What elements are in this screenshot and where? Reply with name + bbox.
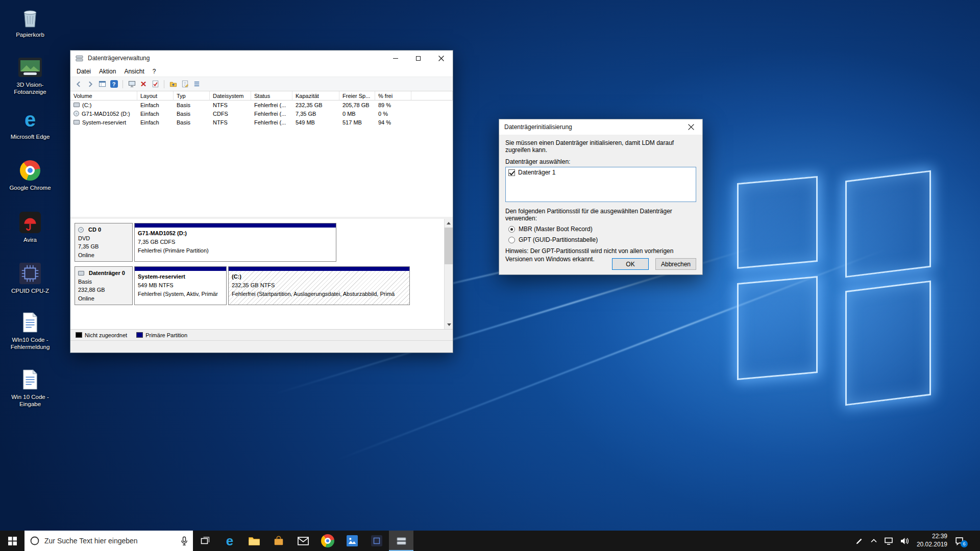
column-header-filler bbox=[411, 91, 453, 101]
photos-icon bbox=[347, 535, 358, 546]
radio-selected-icon[interactable] bbox=[508, 226, 515, 233]
taskbar-app-disk-management[interactable] bbox=[389, 531, 413, 551]
disk-management-window: Datenträgerverwaltung Datei Aktion Ansic… bbox=[70, 50, 453, 353]
taskbar-app-chrome[interactable] bbox=[315, 531, 340, 551]
search-input[interactable] bbox=[44, 537, 176, 545]
radio-gpt-row[interactable]: GPT (GUID-Partitionstabelle) bbox=[508, 236, 696, 243]
column-header-typ[interactable]: Typ bbox=[174, 91, 210, 101]
cell-pct: 89 % bbox=[375, 101, 411, 109]
help-icon[interactable]: ? bbox=[109, 80, 118, 89]
forward-icon[interactable] bbox=[86, 80, 95, 89]
taskbar-app-photos[interactable] bbox=[340, 531, 364, 551]
desktop-icon-win10-code-eingabe[interactable]: Win 10 Code - Eingabe bbox=[7, 367, 53, 408]
action-center-button[interactable]: 6 bbox=[955, 537, 967, 545]
table-row[interactable]: G71-MAD1052 (D:) Einfach Basis CDFS Fehl… bbox=[70, 109, 453, 118]
chrome-icon bbox=[7, 158, 53, 183]
check-volume-icon[interactable] bbox=[151, 80, 160, 89]
back-icon[interactable] bbox=[74, 80, 83, 89]
ink-pen-icon[interactable] bbox=[855, 537, 863, 545]
dialog-intro-text: Sie müssen einen Datenträger initialisie… bbox=[505, 139, 696, 154]
checkbox-checked-icon[interactable] bbox=[508, 169, 515, 176]
taskbar-app-store[interactable] bbox=[266, 531, 291, 551]
notification-badge: 6 bbox=[961, 540, 968, 547]
properties-icon[interactable] bbox=[180, 80, 189, 89]
scroll-down-icon[interactable] bbox=[445, 320, 453, 329]
start-button[interactable] bbox=[0, 531, 24, 551]
column-header-freier-sp[interactable]: Freier Sp... bbox=[339, 91, 375, 101]
disk-listbox[interactable]: Datenträger 1 bbox=[505, 167, 696, 202]
tray-time: 22:39 bbox=[917, 533, 947, 541]
disk-info-datentraeger0[interactable]: Datenträger 0 Basis 232,88 GB Online bbox=[75, 266, 133, 305]
task-view-button[interactable] bbox=[193, 531, 217, 551]
desktop-icon-label: Avira bbox=[7, 236, 53, 243]
partition-size: 232,35 GB NTFS bbox=[232, 281, 406, 290]
radio-mbr-row[interactable]: MBR (Master Boot Record) bbox=[508, 226, 696, 233]
microphone-icon[interactable] bbox=[181, 536, 188, 546]
minimize-button[interactable] bbox=[384, 51, 407, 66]
clock[interactable]: 22:39 20.02.2019 bbox=[917, 533, 947, 548]
column-header-kapazitaet[interactable]: Kapazität bbox=[292, 91, 339, 101]
windows-logo-pane bbox=[737, 276, 818, 380]
computer-icon[interactable] bbox=[127, 80, 136, 89]
taskbar-app-cpu-z[interactable] bbox=[364, 531, 389, 551]
open-folder-icon[interactable] bbox=[168, 80, 178, 89]
cancel-button[interactable]: Abbrechen bbox=[655, 258, 696, 270]
close-icon bbox=[688, 124, 694, 130]
menu-aktion[interactable]: Aktion bbox=[95, 67, 120, 76]
volume-icon[interactable] bbox=[900, 537, 909, 545]
taskbar-search[interactable] bbox=[24, 531, 193, 551]
dialog-close-button[interactable] bbox=[679, 119, 702, 135]
taskbar-app-file-explorer[interactable] bbox=[242, 531, 266, 551]
radio-unselected-icon[interactable] bbox=[508, 237, 515, 243]
menu-datei[interactable]: Datei bbox=[72, 67, 95, 76]
dialog-titlebar[interactable]: Datenträgerinitialisierung bbox=[499, 119, 702, 135]
column-header-status[interactable]: Status bbox=[251, 91, 292, 101]
desktop-icon-cpu-z[interactable]: CPUID CPU-Z bbox=[7, 261, 53, 294]
desktop-icon-win10-code-fehlermeldung[interactable]: WIn10 Code - Fehlermeldung bbox=[7, 310, 53, 351]
desktop-icon-chrome[interactable]: Google Chrome bbox=[7, 158, 53, 191]
scrollbar-thumb[interactable] bbox=[445, 228, 453, 264]
menu-help[interactable]: ? bbox=[149, 67, 160, 76]
partition-color-strip bbox=[135, 267, 226, 271]
window-titlebar[interactable]: Datenträgerverwaltung bbox=[70, 51, 453, 66]
disk-row-datentraeger0: Datenträger 0 Basis 232,88 GB Online Sys… bbox=[75, 266, 440, 305]
maximize-button[interactable] bbox=[407, 51, 430, 66]
disk-management-icon bbox=[396, 535, 407, 547]
column-header-pct-frei[interactable]: % frei bbox=[375, 91, 411, 101]
column-header-layout[interactable]: Layout bbox=[137, 91, 174, 101]
scroll-up-icon[interactable] bbox=[445, 219, 453, 228]
desktop-icon-avira[interactable]: Avira bbox=[7, 210, 53, 243]
desktop-icon-3d-vision[interactable]: 3D Vision-Fotoanzeige bbox=[7, 55, 53, 96]
desktop-icon-edge[interactable]: e Microsoft Edge bbox=[7, 107, 53, 140]
legend-unallocated: Nicht zugeordnet bbox=[76, 332, 127, 338]
column-header-volume[interactable]: Volume bbox=[70, 91, 137, 101]
column-header-dateisystem[interactable]: Dateisystem bbox=[210, 91, 251, 101]
close-button[interactable] bbox=[430, 51, 453, 66]
vertical-scrollbar[interactable] bbox=[444, 219, 453, 329]
table-row[interactable]: (C:) Einfach Basis NTFS Fehlerfrei (... … bbox=[70, 101, 453, 109]
desktop-icon-papierkorb[interactable]: Papierkorb bbox=[7, 5, 53, 38]
chevron-up-icon[interactable] bbox=[871, 539, 877, 543]
volume-disk-icon bbox=[74, 120, 80, 124]
partition-title: (C:) bbox=[232, 272, 406, 281]
partition-c[interactable]: (C:) 232,35 GB NTFS Fehlerfrei (Startpar… bbox=[228, 266, 410, 305]
taskbar-app-mail[interactable] bbox=[291, 531, 315, 551]
cell-frei: 205,78 GB bbox=[339, 101, 375, 109]
tray-date: 20.02.2019 bbox=[917, 541, 947, 549]
partition-status: Fehlerfrei (System, Aktiv, Primär bbox=[138, 290, 223, 298]
disk-info-cd0[interactable]: CD 0 DVD 7,35 GB Online bbox=[75, 223, 133, 262]
ok-button[interactable]: OK bbox=[612, 258, 649, 270]
table-row[interactable]: System-reserviert Einfach Basis NTFS Feh… bbox=[70, 118, 453, 127]
network-icon[interactable] bbox=[885, 537, 893, 545]
partition-system-reserviert[interactable]: System-reserviert 549 MB NTFS Fehlerfrei… bbox=[134, 266, 227, 305]
console-tree-icon[interactable] bbox=[97, 80, 107, 89]
taskbar-app-edge[interactable]: e bbox=[217, 531, 242, 551]
cell-typ: Basis bbox=[174, 118, 210, 127]
disk-list-item[interactable]: Datenträger 1 bbox=[506, 168, 695, 177]
legend-label: Primäre Partition bbox=[145, 332, 187, 338]
partition-d[interactable]: G71-MAD1052 (D:) 7,35 GB CDFS Fehlerfrei… bbox=[134, 223, 336, 262]
menu-ansicht[interactable]: Ansicht bbox=[120, 67, 148, 76]
cell-filler bbox=[411, 109, 453, 118]
list-view-icon[interactable] bbox=[192, 80, 201, 89]
delete-volume-icon[interactable]: ✕ bbox=[139, 80, 148, 89]
